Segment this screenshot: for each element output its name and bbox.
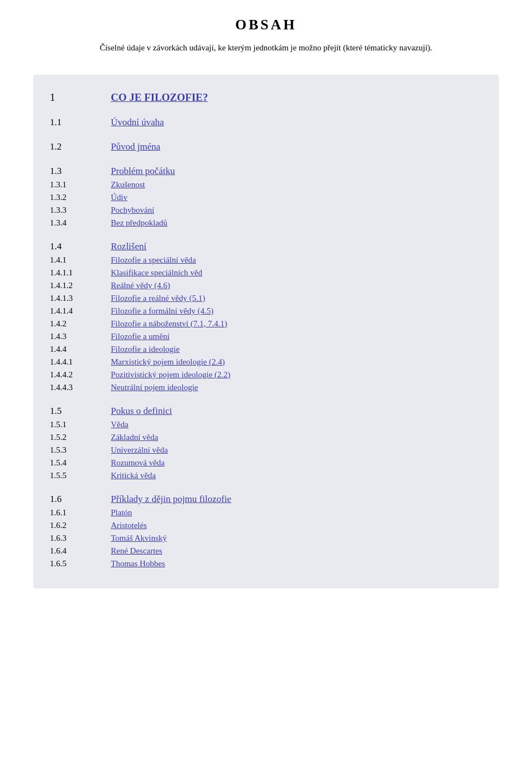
toc-link-1-2[interactable]: Původ jména: [111, 141, 160, 152]
toc-number-1-4-1-3: 1.4.1.3: [50, 294, 111, 303]
toc-link-1-4-1-3[interactable]: Filozofie a reálné vědy (5.1): [111, 294, 205, 303]
toc-entry-1-6-5: 1.6.5 Thomas Hobbes: [50, 559, 482, 568]
toc-link-1-4-3[interactable]: Filozofie a umění: [111, 332, 170, 341]
toc-entry-1-3-3: 1.3.3 Pochybování: [50, 206, 482, 215]
toc-link-1-4-4-3[interactable]: Neutrální pojem ideologie: [111, 383, 198, 392]
spacer: [50, 396, 482, 406]
toc-link-1-6-4[interactable]: René Descartes: [111, 546, 162, 556]
toc-number-1: 1: [50, 91, 111, 104]
toc-entry-1-3-4: 1.3.4 Bez předpokladů: [50, 218, 482, 228]
toc-number-1-6: 1.6: [50, 494, 111, 505]
toc-entry-1-5-1: 1.5.1 Věda: [50, 420, 482, 429]
toc-link-1-6-1[interactable]: Platón: [111, 508, 132, 517]
toc-number-1-5: 1.5: [50, 406, 111, 417]
toc-entry-1-4-3: 1.4.3 Filozofie a umění: [50, 332, 482, 341]
toc-link-1-4-1[interactable]: Filozofie a speciální věda: [111, 255, 196, 265]
toc-link-1-4-4[interactable]: Filozofie a ideologie: [111, 345, 180, 354]
toc-entry-1-5-5: 1.5.5 Kritická věda: [50, 471, 482, 480]
toc-link-1-5-2[interactable]: Základní věda: [111, 433, 158, 442]
toc-section: 1 CO JE FILOZOFIE? 1.1 Úvodní úvaha 1.2 …: [33, 75, 499, 588]
toc-link-1-3-3[interactable]: Pochybování: [111, 206, 154, 215]
toc-number-1-4: 1.4: [50, 241, 111, 252]
toc-link-1-4-1-4[interactable]: Filozofie a formální vědy (4.5): [111, 306, 213, 316]
toc-link-1-6-3[interactable]: Tomáš Akvinský: [111, 534, 167, 543]
toc-number-1-4-1-1: 1.4.1.1: [50, 268, 111, 278]
toc-entry-1-5: 1.5 Pokus o definici: [50, 406, 482, 417]
toc-link-1-4-4-1[interactable]: Marxistický pojem ideologie (2.4): [111, 357, 225, 367]
toc-entry-1-6: 1.6 Příklady z dějin pojmu filozofie: [50, 494, 482, 505]
toc-number-1-6-4: 1.6.4: [50, 546, 111, 556]
toc-number-1-4-1-2: 1.4.1.2: [50, 281, 111, 290]
toc-link-1-5-4[interactable]: Rozumová věda: [111, 458, 165, 468]
toc-number-1-5-5: 1.5.5: [50, 471, 111, 480]
toc-entry-1-4: 1.4 Rozlišení: [50, 241, 482, 252]
toc-entry-1-6-3: 1.6.3 Tomáš Akvinský: [50, 534, 482, 543]
toc-entry-1-4-4-1: 1.4.4.1 Marxistický pojem ideologie (2.4…: [50, 357, 482, 367]
toc-link-1-4-1-1[interactable]: Klasifikace speciálních věd: [111, 268, 202, 278]
toc-link-1-6[interactable]: Příklady z dějin pojmu filozofie: [111, 494, 231, 505]
spacer: [50, 231, 482, 241]
toc-link-1-5-5[interactable]: Kritická věda: [111, 471, 156, 480]
spacer: [50, 131, 482, 141]
toc-number-1-3-1: 1.3.1: [50, 180, 111, 189]
toc-link-1-6-5[interactable]: Thomas Hobbes: [111, 559, 165, 568]
toc-entry-1: 1 CO JE FILOZOFIE?: [50, 91, 482, 104]
toc-entry-1-5-4: 1.5.4 Rozumová věda: [50, 458, 482, 468]
toc-number-1-2: 1.2: [50, 141, 111, 152]
toc-link-1-5[interactable]: Pokus o definici: [111, 406, 172, 417]
toc-entry-1-5-3: 1.5.3 Univerzální věda: [50, 445, 482, 455]
toc-number-1-4-4-3: 1.4.4.3: [50, 383, 111, 392]
toc-entry-1-4-1: 1.4.1 Filozofie a speciální věda: [50, 255, 482, 265]
toc-number-1-4-1-4: 1.4.1.4: [50, 306, 111, 316]
toc-link-1-5-3[interactable]: Univerzální věda: [111, 445, 168, 455]
toc-link-1-3-4[interactable]: Bez předpokladů: [111, 218, 167, 228]
spacer: [50, 107, 482, 117]
toc-number-1-4-1: 1.4.1: [50, 255, 111, 265]
toc-entry-1-6-1: 1.6.1 Platón: [50, 508, 482, 517]
toc-entry-1-4-1-3: 1.4.1.3 Filozofie a reálné vědy (5.1): [50, 294, 482, 303]
toc-link-1-3-2[interactable]: Údiv: [111, 193, 127, 202]
toc-entry-1-4-2: 1.4.2 Filozofie a náboženství (7.1, 7.4.…: [50, 319, 482, 329]
toc-number-1-4-2: 1.4.2: [50, 319, 111, 329]
toc-number-1-3-4: 1.3.4: [50, 218, 111, 228]
toc-number-1-4-4: 1.4.4: [50, 345, 111, 354]
toc-number-1-6-5: 1.6.5: [50, 559, 111, 568]
toc-link-1-6-2[interactable]: Aristotelés: [111, 521, 147, 530]
spacer: [50, 484, 482, 494]
toc-number-1-3-3: 1.3.3: [50, 206, 111, 215]
toc-entry-1-4-1-2: 1.4.1.2 Reálné vědy (4.6): [50, 281, 482, 290]
toc-entry-1-3-1: 1.3.1 Zkušenost: [50, 180, 482, 189]
toc-entry-1-2: 1.2 Původ jména: [50, 141, 482, 152]
toc-number-1-5-1: 1.5.1: [50, 420, 111, 429]
toc-number-1-1: 1.1: [50, 117, 111, 128]
toc-number-1-6-1: 1.6.1: [50, 508, 111, 517]
toc-number-1-5-4: 1.5.4: [50, 458, 111, 468]
toc-entry-1-4-1-1: 1.4.1.1 Klasifikace speciálních věd: [50, 268, 482, 278]
toc-link-1-4-4-2[interactable]: Pozitivistický pojem ideologie (2.2): [111, 370, 231, 380]
toc-number-1-4-4-2: 1.4.4.2: [50, 370, 111, 380]
toc-number-1-5-3: 1.5.3: [50, 445, 111, 455]
subtitle: Číselné údaje v závorkách udávají, ke kt…: [33, 43, 499, 53]
toc-entry-1-6-4: 1.6.4 René Descartes: [50, 546, 482, 556]
toc-entry-1-1: 1.1 Úvodní úvaha: [50, 117, 482, 128]
page-title: OBSAH: [33, 17, 499, 33]
toc-link-1-5-1[interactable]: Věda: [111, 420, 129, 429]
toc-number-1-6-2: 1.6.2: [50, 521, 111, 530]
page-container: OBSAH Číselné údaje v závorkách udávají,…: [0, 0, 532, 616]
spacer: [50, 156, 482, 166]
toc-link-1-3-1[interactable]: Zkušenost: [111, 180, 145, 189]
toc-link-1-3[interactable]: Problém počátku: [111, 166, 175, 177]
toc-link-1-1[interactable]: Úvodní úvaha: [111, 117, 164, 128]
toc-number-1-5-2: 1.5.2: [50, 433, 111, 442]
toc-entry-1-3-2: 1.3.2 Údiv: [50, 193, 482, 202]
toc-entry-1-4-1-4: 1.4.1.4 Filozofie a formální vědy (4.5): [50, 306, 482, 316]
toc-link-1-4-2[interactable]: Filozofie a náboženství (7.1, 7.4.1): [111, 319, 227, 329]
toc-entry-1-3: 1.3 Problém počátku: [50, 166, 482, 177]
toc-entry-1-6-2: 1.6.2 Aristotelés: [50, 521, 482, 530]
toc-link-1-4[interactable]: Rozlišení: [111, 241, 146, 252]
toc-link-1[interactable]: CO JE FILOZOFIE?: [111, 91, 208, 104]
toc-number-1-3: 1.3: [50, 166, 111, 177]
toc-link-1-4-1-2[interactable]: Reálné vědy (4.6): [111, 281, 170, 290]
toc-number-1-4-3: 1.4.3: [50, 332, 111, 341]
toc-entry-1-5-2: 1.5.2 Základní věda: [50, 433, 482, 442]
